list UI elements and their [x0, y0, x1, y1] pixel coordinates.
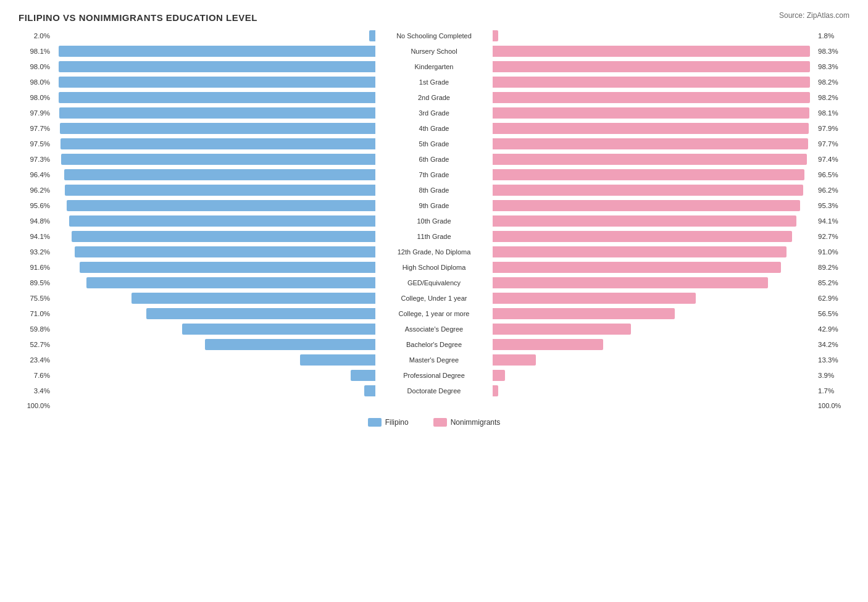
left-bar-container [52, 44, 375, 58]
bar-label: No Schooling Completed [375, 31, 493, 40]
left-value: 52.7% [19, 341, 52, 348]
left-bar [61, 154, 375, 165]
bar-label: 4th Grade [375, 124, 493, 133]
right-bar-container [493, 353, 816, 367]
bar-row-group: 23.4%Master's Degree13.3% [19, 353, 849, 367]
right-value: 97.4% [816, 156, 849, 163]
bar-label: Professional Degree [375, 371, 493, 380]
bar-label: 2nd Grade [375, 93, 493, 102]
bar-label: Master's Degree [375, 356, 493, 364]
right-bar [493, 385, 498, 396]
right-bar [493, 154, 807, 165]
bar-label: 1st Grade [375, 78, 493, 86]
right-bar [493, 200, 800, 211]
left-value: 94.8% [19, 217, 52, 225]
bar-label: Doctorate Degree [375, 387, 493, 395]
left-bar [60, 123, 375, 134]
right-value: 1.8% [816, 32, 849, 40]
right-bar [493, 293, 696, 304]
right-value: 98.2% [816, 94, 849, 101]
right-bar-container [493, 75, 816, 89]
bar-row-group: 71.0%College, 1 year or more56.5% [19, 307, 849, 320]
left-value: 98.1% [19, 48, 52, 55]
bar-row-group: 75.5%College, Under 1 year62.9% [19, 291, 849, 305]
left-value: 95.6% [19, 202, 52, 209]
bar-label: Kindergarten [375, 62, 493, 71]
bar-row-group: 93.2%12th Grade, No Diploma91.0% [19, 245, 849, 259]
bar-row-group: 98.0%1st Grade98.2% [19, 75, 849, 89]
right-bar-container [493, 199, 816, 212]
left-bar-container [52, 214, 375, 228]
right-value: 92.7% [816, 233, 849, 240]
bar-label: 3rd Grade [375, 109, 493, 117]
bar-row-group: 98.0%Kindergarten98.3% [19, 60, 849, 73]
right-value: 56.5% [816, 310, 849, 317]
right-bar-container [493, 153, 816, 166]
right-bar [493, 92, 810, 103]
right-bar-container [493, 369, 816, 382]
legend-filipino: Filipino [368, 418, 409, 427]
left-value: 97.7% [19, 125, 52, 132]
bar-label: High School Diploma [375, 263, 493, 272]
right-value: 42.9% [816, 325, 849, 333]
bar-label: 9th Grade [375, 201, 493, 210]
right-bar-container [493, 276, 816, 290]
bar-row-group: 96.2%8th Grade96.2% [19, 183, 849, 197]
right-bar-container [493, 245, 816, 259]
bar-row-group: 97.3%6th Grade97.4% [19, 153, 849, 166]
left-value: 7.6% [19, 372, 52, 379]
right-value: 34.2% [816, 341, 849, 348]
axis-left: 100.0% [19, 402, 52, 409]
left-bar [351, 370, 375, 381]
bar-label: GED/Equivalency [375, 278, 493, 287]
left-bar-container [52, 230, 375, 243]
right-value: 62.9% [816, 295, 849, 302]
left-bar [59, 46, 375, 57]
right-bar [493, 354, 536, 366]
right-value: 85.2% [816, 279, 849, 286]
bar-row-group: 94.8%10th Grade94.1% [19, 214, 849, 228]
right-bar [493, 138, 808, 149]
right-bar [493, 123, 809, 134]
chart-title: FILIPINO VS NONIMMIGRANTS EDUCATION LEVE… [19, 12, 849, 23]
right-bar-container [493, 322, 816, 336]
bar-row-group: 97.9%3rd Grade98.1% [19, 106, 849, 120]
right-bar-container [493, 214, 816, 228]
right-bar-container [493, 106, 816, 120]
left-bar [86, 277, 375, 288]
bar-row-group: 2.0%No Schooling Completed1.8% [19, 29, 849, 43]
bar-label: 12th Grade, No Diploma [375, 248, 493, 256]
left-value: 97.3% [19, 156, 52, 163]
left-bar-container [52, 384, 375, 398]
right-bar-container [493, 44, 816, 58]
bar-row-group: 96.4%7th Grade96.5% [19, 168, 849, 182]
left-bar-container [52, 261, 375, 274]
left-value: 93.2% [19, 248, 52, 256]
bar-label: 10th Grade [375, 217, 493, 225]
left-bar [80, 262, 375, 273]
bar-row-group: 59.8%Associate's Degree42.9% [19, 322, 849, 336]
left-bar [131, 293, 375, 304]
left-bar [72, 231, 375, 242]
legend-nonimmigrants: Nonimmigrants [433, 418, 501, 427]
left-bar-container [52, 91, 375, 104]
right-value: 96.5% [816, 171, 849, 178]
right-value: 98.3% [816, 63, 849, 70]
left-value: 96.4% [19, 171, 52, 178]
left-bar-container [52, 122, 375, 135]
right-value: 94.1% [816, 217, 849, 225]
right-bar-container [493, 122, 816, 135]
right-bar-container [493, 291, 816, 305]
right-value: 1.7% [816, 387, 849, 395]
bar-row-group: 98.1%Nursery School98.3% [19, 44, 849, 58]
left-value: 98.0% [19, 63, 52, 70]
bar-row-group: 98.0%2nd Grade98.2% [19, 91, 849, 104]
left-bar-container [52, 29, 375, 43]
left-bar-container [52, 276, 375, 290]
right-bar-container [493, 230, 816, 243]
left-bar-container [52, 245, 375, 259]
right-bar [493, 61, 810, 72]
bar-label: 8th Grade [375, 186, 493, 194]
left-bar [146, 308, 375, 319]
left-value: 97.5% [19, 140, 52, 148]
